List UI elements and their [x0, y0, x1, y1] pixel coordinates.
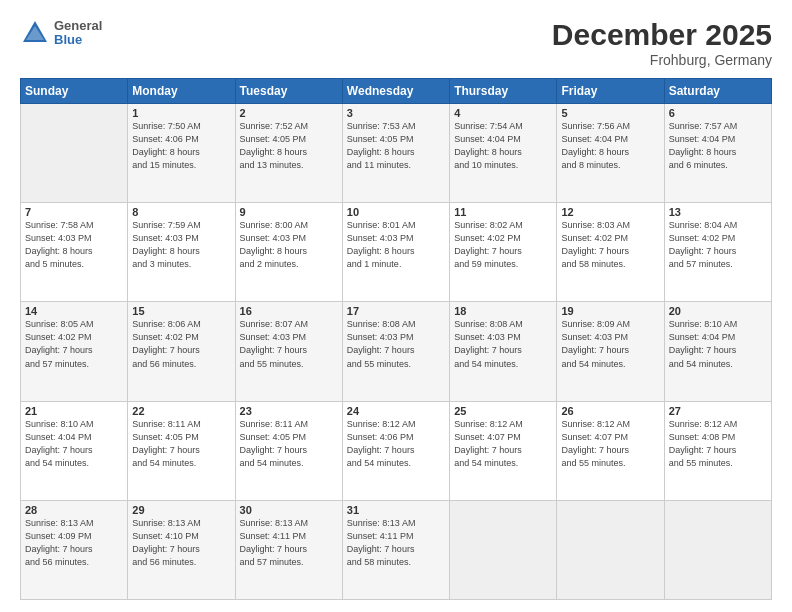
day-number: 12	[561, 206, 659, 218]
day-info: Sunrise: 8:10 AM Sunset: 4:04 PM Dayligh…	[25, 418, 123, 470]
day-info: Sunrise: 7:52 AM Sunset: 4:05 PM Dayligh…	[240, 120, 338, 172]
day-info: Sunrise: 8:03 AM Sunset: 4:02 PM Dayligh…	[561, 219, 659, 271]
header: General Blue December 2025 Frohburg, Ger…	[20, 18, 772, 68]
day-info: Sunrise: 8:13 AM Sunset: 4:11 PM Dayligh…	[240, 517, 338, 569]
day-info: Sunrise: 8:13 AM Sunset: 4:09 PM Dayligh…	[25, 517, 123, 569]
logo-blue-text: Blue	[54, 33, 102, 47]
calendar-cell: 7Sunrise: 7:58 AM Sunset: 4:03 PM Daylig…	[21, 203, 128, 302]
logo: General Blue	[20, 18, 102, 48]
day-info: Sunrise: 8:12 AM Sunset: 4:07 PM Dayligh…	[454, 418, 552, 470]
day-number: 2	[240, 107, 338, 119]
logo-text: General Blue	[54, 19, 102, 48]
calendar-cell: 31Sunrise: 8:13 AM Sunset: 4:11 PM Dayli…	[342, 500, 449, 599]
day-number: 23	[240, 405, 338, 417]
calendar-cell: 24Sunrise: 8:12 AM Sunset: 4:06 PM Dayli…	[342, 401, 449, 500]
day-info: Sunrise: 8:11 AM Sunset: 4:05 PM Dayligh…	[240, 418, 338, 470]
calendar-cell: 9Sunrise: 8:00 AM Sunset: 4:03 PM Daylig…	[235, 203, 342, 302]
calendar-cell: 15Sunrise: 8:06 AM Sunset: 4:02 PM Dayli…	[128, 302, 235, 401]
day-number: 25	[454, 405, 552, 417]
calendar-cell	[21, 104, 128, 203]
weekday-header-monday: Monday	[128, 79, 235, 104]
day-info: Sunrise: 8:13 AM Sunset: 4:10 PM Dayligh…	[132, 517, 230, 569]
calendar-week-5: 28Sunrise: 8:13 AM Sunset: 4:09 PM Dayli…	[21, 500, 772, 599]
day-number: 19	[561, 305, 659, 317]
weekday-header-sunday: Sunday	[21, 79, 128, 104]
calendar-cell: 25Sunrise: 8:12 AM Sunset: 4:07 PM Dayli…	[450, 401, 557, 500]
day-number: 4	[454, 107, 552, 119]
calendar-cell: 5Sunrise: 7:56 AM Sunset: 4:04 PM Daylig…	[557, 104, 664, 203]
day-number: 1	[132, 107, 230, 119]
calendar-cell: 26Sunrise: 8:12 AM Sunset: 4:07 PM Dayli…	[557, 401, 664, 500]
day-number: 6	[669, 107, 767, 119]
calendar-cell: 20Sunrise: 8:10 AM Sunset: 4:04 PM Dayli…	[664, 302, 771, 401]
calendar-cell: 1Sunrise: 7:50 AM Sunset: 4:06 PM Daylig…	[128, 104, 235, 203]
day-number: 13	[669, 206, 767, 218]
calendar-cell: 27Sunrise: 8:12 AM Sunset: 4:08 PM Dayli…	[664, 401, 771, 500]
day-number: 9	[240, 206, 338, 218]
calendar-cell	[557, 500, 664, 599]
day-info: Sunrise: 8:13 AM Sunset: 4:11 PM Dayligh…	[347, 517, 445, 569]
day-number: 7	[25, 206, 123, 218]
day-info: Sunrise: 7:57 AM Sunset: 4:04 PM Dayligh…	[669, 120, 767, 172]
day-number: 29	[132, 504, 230, 516]
calendar-cell: 23Sunrise: 8:11 AM Sunset: 4:05 PM Dayli…	[235, 401, 342, 500]
day-number: 27	[669, 405, 767, 417]
calendar-cell: 6Sunrise: 7:57 AM Sunset: 4:04 PM Daylig…	[664, 104, 771, 203]
day-number: 31	[347, 504, 445, 516]
day-info: Sunrise: 8:07 AM Sunset: 4:03 PM Dayligh…	[240, 318, 338, 370]
calendar-cell: 21Sunrise: 8:10 AM Sunset: 4:04 PM Dayli…	[21, 401, 128, 500]
day-number: 20	[669, 305, 767, 317]
day-info: Sunrise: 8:05 AM Sunset: 4:02 PM Dayligh…	[25, 318, 123, 370]
day-info: Sunrise: 8:06 AM Sunset: 4:02 PM Dayligh…	[132, 318, 230, 370]
day-number: 30	[240, 504, 338, 516]
calendar-week-4: 21Sunrise: 8:10 AM Sunset: 4:04 PM Dayli…	[21, 401, 772, 500]
day-number: 16	[240, 305, 338, 317]
day-info: Sunrise: 8:08 AM Sunset: 4:03 PM Dayligh…	[454, 318, 552, 370]
day-number: 22	[132, 405, 230, 417]
calendar-week-3: 14Sunrise: 8:05 AM Sunset: 4:02 PM Dayli…	[21, 302, 772, 401]
day-number: 21	[25, 405, 123, 417]
day-number: 11	[454, 206, 552, 218]
weekday-header-saturday: Saturday	[664, 79, 771, 104]
day-info: Sunrise: 8:09 AM Sunset: 4:03 PM Dayligh…	[561, 318, 659, 370]
day-number: 24	[347, 405, 445, 417]
calendar-cell: 3Sunrise: 7:53 AM Sunset: 4:05 PM Daylig…	[342, 104, 449, 203]
calendar-cell: 10Sunrise: 8:01 AM Sunset: 4:03 PM Dayli…	[342, 203, 449, 302]
day-info: Sunrise: 8:02 AM Sunset: 4:02 PM Dayligh…	[454, 219, 552, 271]
day-info: Sunrise: 8:12 AM Sunset: 4:06 PM Dayligh…	[347, 418, 445, 470]
day-info: Sunrise: 8:10 AM Sunset: 4:04 PM Dayligh…	[669, 318, 767, 370]
day-info: Sunrise: 7:59 AM Sunset: 4:03 PM Dayligh…	[132, 219, 230, 271]
calendar-cell: 19Sunrise: 8:09 AM Sunset: 4:03 PM Dayli…	[557, 302, 664, 401]
calendar-cell: 4Sunrise: 7:54 AM Sunset: 4:04 PM Daylig…	[450, 104, 557, 203]
day-number: 17	[347, 305, 445, 317]
day-number: 15	[132, 305, 230, 317]
page: General Blue December 2025 Frohburg, Ger…	[0, 0, 792, 612]
calendar-cell: 28Sunrise: 8:13 AM Sunset: 4:09 PM Dayli…	[21, 500, 128, 599]
day-number: 3	[347, 107, 445, 119]
month-title: December 2025	[552, 18, 772, 52]
weekday-header-wednesday: Wednesday	[342, 79, 449, 104]
weekday-header-tuesday: Tuesday	[235, 79, 342, 104]
calendar-week-2: 7Sunrise: 7:58 AM Sunset: 4:03 PM Daylig…	[21, 203, 772, 302]
calendar-cell: 22Sunrise: 8:11 AM Sunset: 4:05 PM Dayli…	[128, 401, 235, 500]
day-info: Sunrise: 8:00 AM Sunset: 4:03 PM Dayligh…	[240, 219, 338, 271]
calendar-cell: 30Sunrise: 8:13 AM Sunset: 4:11 PM Dayli…	[235, 500, 342, 599]
day-number: 14	[25, 305, 123, 317]
calendar-cell: 18Sunrise: 8:08 AM Sunset: 4:03 PM Dayli…	[450, 302, 557, 401]
calendar-cell	[450, 500, 557, 599]
calendar-week-1: 1Sunrise: 7:50 AM Sunset: 4:06 PM Daylig…	[21, 104, 772, 203]
weekday-header-thursday: Thursday	[450, 79, 557, 104]
title-block: December 2025 Frohburg, Germany	[552, 18, 772, 68]
day-info: Sunrise: 8:08 AM Sunset: 4:03 PM Dayligh…	[347, 318, 445, 370]
day-number: 10	[347, 206, 445, 218]
day-info: Sunrise: 7:56 AM Sunset: 4:04 PM Dayligh…	[561, 120, 659, 172]
day-info: Sunrise: 8:01 AM Sunset: 4:03 PM Dayligh…	[347, 219, 445, 271]
location: Frohburg, Germany	[552, 52, 772, 68]
calendar-cell: 14Sunrise: 8:05 AM Sunset: 4:02 PM Dayli…	[21, 302, 128, 401]
calendar-cell: 16Sunrise: 8:07 AM Sunset: 4:03 PM Dayli…	[235, 302, 342, 401]
calendar-cell	[664, 500, 771, 599]
calendar-cell: 12Sunrise: 8:03 AM Sunset: 4:02 PM Dayli…	[557, 203, 664, 302]
day-info: Sunrise: 8:12 AM Sunset: 4:07 PM Dayligh…	[561, 418, 659, 470]
weekday-header-row: SundayMondayTuesdayWednesdayThursdayFrid…	[21, 79, 772, 104]
day-number: 26	[561, 405, 659, 417]
